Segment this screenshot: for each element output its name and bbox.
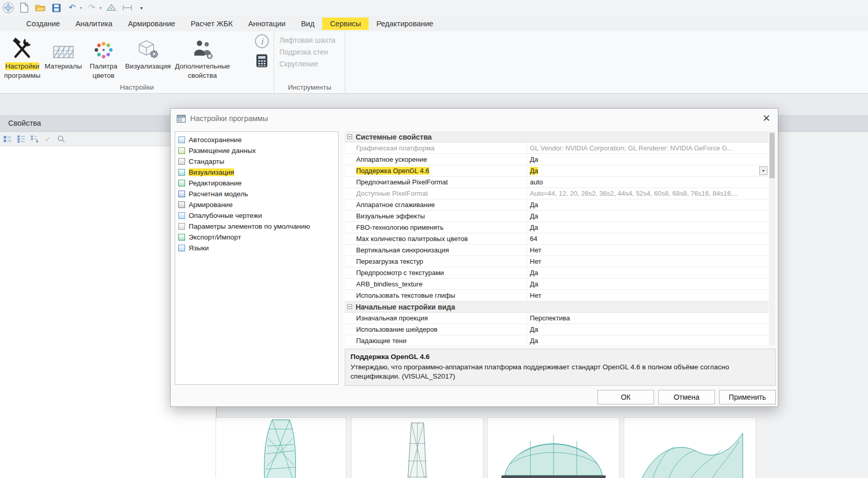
- collapse-icon[interactable]: [347, 134, 352, 139]
- property-row[interactable]: Аппаратное ускорениеДа: [345, 154, 769, 165]
- property-row[interactable]: Падающие тениДа: [345, 335, 769, 345]
- property-row[interactable]: Аппаратное сглаживаниеДа: [345, 199, 769, 211]
- property-value[interactable]: Да: [527, 211, 769, 221]
- collapse-icon[interactable]: [347, 304, 352, 309]
- sort-view-icon[interactable]: [30, 134, 39, 143]
- program-settings-button-label: Настройки: [5, 62, 39, 71]
- dimension-tool-icon[interactable]: [121, 2, 133, 14]
- property-row[interactable]: Изначальная проекцияПерспектива: [345, 313, 769, 324]
- tab-create[interactable]: Создание: [19, 18, 68, 30]
- tab-services[interactable]: Сервисы: [322, 18, 369, 30]
- property-value[interactable]: Да: [527, 154, 769, 165]
- property-value[interactable]: Да: [527, 324, 769, 335]
- ribbon: НастройкипрограммыМатериалыПалитрацветов…: [0, 31, 868, 94]
- property-row[interactable]: Использование шейдеровДа: [345, 324, 769, 335]
- program-settings-button[interactable]: Настройкипрограммы: [4, 34, 41, 80]
- search-icon[interactable]: [57, 134, 65, 143]
- property-value[interactable]: Да▼: [527, 165, 769, 176]
- category-autosave[interactable]: Автосохранение: [175, 134, 338, 145]
- info-icon[interactable]: i: [254, 33, 270, 50]
- model-thumbnail-frame-tower[interactable]: [351, 417, 483, 478]
- materials-button[interactable]: Материалы: [45, 34, 82, 71]
- model-thumbnail-curved-shell[interactable]: [624, 417, 756, 478]
- property-row[interactable]: Использовать текстовые глифыНет: [345, 290, 769, 301]
- undo-dropdown-icon[interactable]: ▾: [80, 6, 82, 10]
- drafting-tool-icon[interactable]: [105, 2, 118, 14]
- model-thumbnail-dome-shell[interactable]: [487, 417, 620, 478]
- close-icon[interactable]: ✕: [762, 112, 771, 124]
- property-row[interactable]: ARB_bindless_textureДа: [345, 279, 769, 290]
- tool-item-2[interactable]: Скругление: [274, 58, 345, 70]
- property-value[interactable]: Да: [527, 279, 769, 289]
- ok-button[interactable]: ОК: [597, 390, 654, 404]
- apply-check-icon[interactable]: ✓: [43, 134, 52, 143]
- scrollbar-thumb[interactable]: [770, 133, 775, 178]
- tab-rc-calc[interactable]: Расчет ЖБК: [183, 18, 241, 30]
- property-value[interactable]: Да: [527, 222, 769, 233]
- new-document-icon[interactable]: [18, 2, 30, 14]
- redo-icon[interactable]: ↷: [86, 2, 98, 14]
- category-languages[interactable]: Языки: [175, 243, 338, 253]
- category-export-import[interactable]: Экспорт/Импорт: [175, 232, 338, 243]
- undo-icon[interactable]: ↶: [66, 2, 78, 14]
- property-row[interactable]: Доступные PixelFormatAuto=44, 12, 20, 28…: [345, 188, 769, 199]
- tool-item-1[interactable]: Подрезка стен: [274, 46, 345, 58]
- grid-section-header-0[interactable]: Системные свойства: [345, 131, 769, 143]
- grid-scrollbar[interactable]: [769, 131, 775, 345]
- calculator-icon[interactable]: [256, 54, 268, 69]
- category-editing[interactable]: Редактирование: [175, 178, 338, 189]
- additional-properties-button[interactable]: Дополнительныесвойства: [175, 34, 230, 80]
- property-value[interactable]: auto: [527, 177, 769, 187]
- property-value[interactable]: Да: [527, 335, 769, 345]
- property-row[interactable]: Поддержка OpenGL 4.6Да▼: [345, 165, 769, 177]
- redo-dropdown-icon[interactable]: ▾: [99, 6, 102, 10]
- save-icon[interactable]: [50, 2, 62, 14]
- tab-reinforcement[interactable]: Армирование: [120, 18, 183, 30]
- category-visualization[interactable]: Визуализация: [175, 167, 338, 178]
- category-label: Размещение данных: [189, 147, 256, 155]
- property-row[interactable]: Графическая платформаGL Vendor: NVIDIA C…: [345, 143, 769, 154]
- property-value[interactable]: Да: [527, 199, 769, 210]
- cancel-button[interactable]: Отмена: [658, 390, 715, 404]
- app-logo-icon[interactable]: [2, 2, 14, 14]
- more-commands-icon[interactable]: ▾: [140, 5, 143, 11]
- category-standards[interactable]: Стандарты: [175, 156, 338, 167]
- visualization-category-icon: [178, 169, 185, 176]
- apply-button[interactable]: Применить: [719, 390, 776, 404]
- color-palette-button[interactable]: Палитрацветов: [86, 34, 121, 80]
- property-row[interactable]: Предпочитаемый PixelFormatauto: [345, 177, 769, 188]
- tab-view[interactable]: Вид: [293, 18, 322, 30]
- open-folder-icon[interactable]: [34, 2, 46, 14]
- property-value[interactable]: 64: [527, 233, 769, 244]
- tool-item-0[interactable]: Лифтовая шахта: [274, 34, 345, 46]
- list-view-icon[interactable]: [16, 134, 25, 143]
- visualization-icon: [136, 34, 160, 62]
- category-default-element-params[interactable]: Параметры элементов по умолчанию: [175, 221, 338, 232]
- property-row[interactable]: Вертикальная синхронизацияНет: [345, 245, 769, 256]
- group-view-icon[interactable]: [3, 134, 12, 143]
- property-value[interactable]: Нет: [527, 245, 769, 255]
- grid-section-header-1[interactable]: Начальные настройки вида: [345, 301, 769, 313]
- category-data-placement[interactable]: Размещение данных: [175, 145, 338, 156]
- property-row[interactable]: Визуальные эффектыДа: [345, 211, 769, 222]
- visualization-button[interactable]: Визуализация: [125, 34, 171, 71]
- property-value[interactable]: Да: [527, 267, 769, 278]
- value-dropdown-button[interactable]: ▼: [759, 166, 767, 175]
- property-value[interactable]: Перспектива: [527, 313, 769, 323]
- property-row[interactable]: Max количество палитровых цветов64: [345, 233, 769, 245]
- property-value[interactable]: GL Vendor: NVIDIA Corporation; GL Render…: [527, 143, 769, 153]
- category-calculation-model[interactable]: Расчетная модель: [175, 189, 338, 199]
- property-row[interactable]: Предпросмотр с текстурамиДа: [345, 267, 769, 279]
- tab-annotations[interactable]: Аннотации: [240, 18, 293, 30]
- property-row[interactable]: FBO-технологию применятьДа: [345, 222, 769, 233]
- model-thumbnail-twisted-tower[interactable]: [215, 417, 346, 478]
- property-value[interactable]: Auto=44, 12, 20, 28s2, 36s2, 44s4, 52s4,…: [527, 188, 769, 199]
- category-reinforcement[interactable]: Армирование: [175, 199, 338, 210]
- tab-analytics[interactable]: Аналитика: [68, 18, 120, 30]
- property-value[interactable]: Нет: [527, 290, 769, 301]
- tab-editing[interactable]: Редактирование: [369, 18, 441, 30]
- property-value[interactable]: Нет: [527, 256, 769, 267]
- property-description-text: Утверждаю, что программно-аппаратная пла…: [350, 363, 770, 381]
- category-formwork-drawings[interactable]: Опалубочные чертежи: [175, 210, 338, 221]
- property-row[interactable]: Перезагрузка текстурНет: [345, 256, 769, 267]
